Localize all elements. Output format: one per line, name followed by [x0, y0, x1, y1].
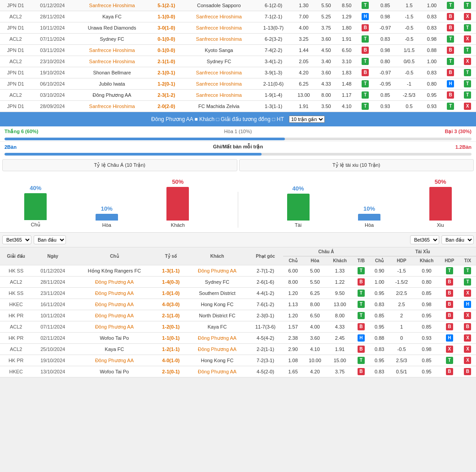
match-badge3: X — [459, 11, 476, 22]
match-away: Hong Kong FC — [187, 299, 248, 310]
match-corners: 2-2(1-1) — [248, 344, 283, 355]
chart-divider — [238, 192, 238, 228]
section-header: Đông Phương AA ■ Khách □ Giải đấu tương … — [0, 112, 476, 126]
match-hdp: 0.95 — [369, 355, 389, 366]
match-odds3: 9.50 — [327, 288, 353, 299]
match-badge2: T — [442, 56, 459, 67]
match-odds2: 5.50 — [316, 0, 336, 11]
match-corners: 2-11(0-6) — [255, 78, 291, 90]
match-line: 0.5 — [397, 101, 421, 112]
match-score: 2-3(1-2) — [150, 90, 182, 101]
match-hdp: 0.83 — [369, 299, 389, 310]
match-badge2: B — [440, 366, 459, 377]
match-ou: 1.00 — [422, 56, 442, 67]
source1-dropdown[interactable]: Bet365 — [2, 235, 31, 244]
match-odds3: 1.91 — [336, 34, 357, 45]
ht-label: HT — [277, 116, 284, 122]
tai-bar — [287, 194, 310, 221]
table-row: JPN D1 10/11/2024 Urawa Red Diamonds 3-0… — [0, 22, 476, 34]
match-home: Wofoo Tai Po — [74, 333, 155, 344]
match-ou: 0.85 — [414, 355, 440, 366]
match-league: JPN D1 — [0, 78, 31, 90]
hoa-label: Hòa — [358, 222, 380, 228]
match-odds3: 3.75 — [327, 366, 353, 377]
match-corners: 4-4(1-2) — [248, 288, 283, 299]
ratio-titles-row: Tỷ lệ Châu Á (10 Trận) Tỷ lệ tài xiu (10… — [0, 156, 476, 174]
match-ou: 0.80 — [414, 277, 440, 288]
tai-pct: 40% — [287, 185, 310, 192]
match-away: Kyoto Sanga — [182, 45, 255, 56]
ou-ratio-title: Tỷ lệ tài xiu (10 Trận) — [332, 162, 380, 168]
col-asia-group: Châu Á — [283, 247, 370, 256]
match-score: 5-1(2-1) — [150, 0, 182, 11]
match-badge2: B — [440, 299, 459, 310]
match-badge1: T — [357, 34, 374, 45]
match-hdp: 0.85 — [374, 90, 397, 101]
match-date: 01/12/2024 — [32, 265, 73, 277]
match-corners: 7-2(3-1) — [248, 355, 283, 366]
match-hdp: 0.88 — [369, 333, 389, 344]
match-odds3: 2.45 — [327, 333, 353, 344]
filter-dropdown[interactable]: 10 trận gần — [289, 116, 325, 123]
xiu-chart: 50% Xiu — [429, 178, 452, 228]
match-away: Sydney FC — [182, 56, 255, 67]
match-score: 2-0(2-0) — [150, 101, 182, 112]
type2-dropdown[interactable]: Ban đầu — [441, 235, 474, 244]
col-chu: Chủ — [283, 256, 303, 265]
match-badge2: B — [442, 67, 459, 78]
table-row: ACL2 28/11/2024 Kaya FC 1-1(0-0) Sanfrec… — [0, 11, 476, 22]
goals-progress-bar — [4, 153, 262, 156]
xiu-bar — [429, 187, 452, 221]
match-badge1: T — [353, 265, 369, 277]
match-odds3: 6.50 — [336, 45, 357, 56]
match-corners: 6-2(3-2) — [255, 34, 291, 45]
draw-pct: 10% — [96, 205, 118, 212]
match-badge1: T — [357, 78, 374, 90]
match-badge3: X — [459, 344, 476, 355]
match-date: 03/11/2024 — [31, 45, 74, 56]
match-league: JPN D1 — [0, 67, 31, 78]
bottom-matches-table: Giải đấu Ngày Chủ Tỷ số Khách Phạt góc C… — [0, 247, 476, 377]
match-ou: 0.95 — [414, 310, 440, 321]
match-score: 2-1(1-0) — [150, 56, 182, 67]
match-line: 1 — [389, 321, 414, 333]
goals-progress-container — [4, 153, 472, 156]
match-date: 28/11/2024 — [31, 11, 74, 22]
match-odds3: 15.00 — [327, 355, 353, 366]
match-odds1: 1.30 — [292, 0, 316, 11]
match-odds2: 3.40 — [316, 56, 336, 67]
match-away: Sanfrecce Hiroshima — [182, 34, 255, 45]
table-row: JPN D1 03/11/2024 Sanfrecce Hiroshima 0-… — [0, 45, 476, 56]
match-score: 2-1(1-0) — [155, 310, 187, 321]
match-hdp: 0.83 — [369, 344, 389, 355]
table-row: JPN D1 19/10/2024 Shonan Bellmare 2-1(0-… — [0, 67, 476, 78]
match-badge2: B — [440, 277, 459, 288]
type1-dropdown[interactable]: Ban đầu — [34, 235, 66, 244]
match-odds1: 1.20 — [283, 288, 303, 299]
table-row: HK PR 02/11/2024 Wofoo Tai Po 1-1(0-1) Đ… — [0, 333, 476, 344]
match-odds2: 3.60 — [316, 67, 336, 78]
match-odds2: 8.00 — [316, 90, 336, 101]
match-odds2: 5.50 — [303, 277, 327, 288]
match-home: Shonan Bellmare — [74, 67, 150, 78]
col-ou-group: Tài Xỉu — [369, 247, 476, 256]
match-badge3: B — [459, 321, 476, 333]
match-line: 2 — [389, 310, 414, 321]
match-line: -0.5 — [397, 22, 421, 34]
match-away: Consadole Sapporo — [182, 0, 255, 11]
match-league: ACL2 — [0, 321, 32, 333]
table-row: HK SS 01/12/2024 Hồng Kông Rangers FC 1-… — [0, 265, 476, 277]
match-odds1: 3.25 — [292, 34, 316, 45]
match-badge2: H — [440, 333, 459, 344]
match-badge1: B — [353, 277, 369, 288]
match-home: Sanfrecce Hiroshima — [74, 101, 150, 112]
draw-label: Hòa — [96, 222, 118, 228]
col-khach: Khách — [327, 256, 353, 265]
match-badge3: T — [459, 90, 476, 101]
match-corners: 4-5(2-0) — [248, 366, 283, 377]
match-badge2: B — [440, 288, 459, 299]
match-league: HK PR — [0, 333, 32, 344]
match-score: 1-3(1-1) — [155, 265, 187, 277]
source2-dropdown[interactable]: Bet365 — [410, 235, 439, 244]
match-date: 19/10/2024 — [32, 355, 73, 366]
